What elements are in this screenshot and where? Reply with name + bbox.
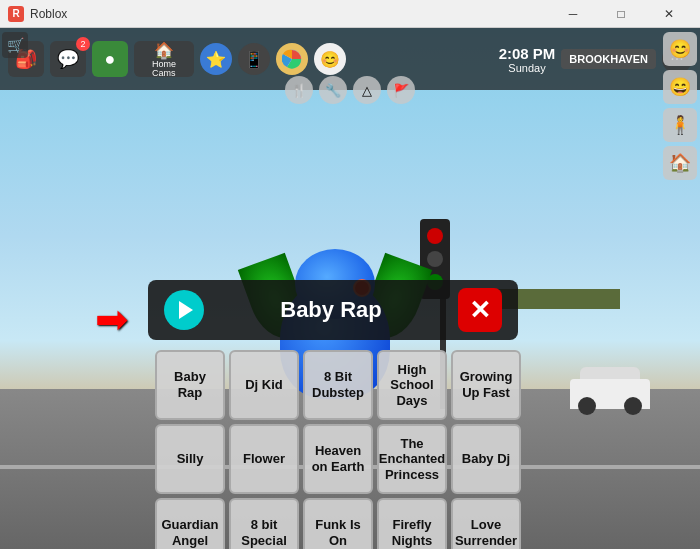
- smile-button[interactable]: 😊: [663, 32, 697, 66]
- flag-icon-button[interactable]: 🚩: [387, 76, 415, 104]
- minimize-button[interactable]: ─: [550, 0, 596, 28]
- song-cell-7[interactable]: Heaven on Earth: [303, 424, 373, 494]
- time-display: 2:08 PM: [499, 45, 556, 62]
- maximize-button[interactable]: □: [598, 0, 644, 28]
- triangle-icon-button[interactable]: △: [353, 76, 381, 104]
- app-icon: R: [8, 6, 24, 22]
- secondary-icon-row: 🍴 🔧 △ 🚩: [285, 76, 415, 104]
- emote-button[interactable]: 😄: [663, 70, 697, 104]
- hud-icons-row1: ⭐ 📱 😊: [200, 43, 346, 75]
- chat-icon: 💬: [57, 48, 79, 70]
- traffic-yellow: [427, 251, 443, 267]
- notification-button[interactable]: 💬 2: [50, 41, 86, 77]
- left-panel: 🛒: [0, 28, 30, 549]
- song-cell-12[interactable]: Funk Is On: [303, 498, 373, 549]
- avatar-button[interactable]: 🧍: [663, 108, 697, 142]
- song-cell-8[interactable]: The Enchanted Princess: [377, 424, 447, 494]
- car-wheel-left: [578, 397, 596, 415]
- home-cams-icon: 🏠: [154, 41, 174, 60]
- current-song-title: Baby Rap: [216, 297, 446, 323]
- song-cell-13[interactable]: Firefly Nights: [377, 498, 447, 549]
- song-cell-14[interactable]: Love Surrender: [451, 498, 521, 549]
- status-button[interactable]: ●: [92, 41, 128, 77]
- food-icon-button[interactable]: 🍴: [285, 76, 313, 104]
- song-cell-11[interactable]: 8 bit Special: [229, 498, 299, 549]
- song-cell-3[interactable]: High School Days: [377, 350, 447, 420]
- pie-button[interactable]: [276, 43, 308, 75]
- home-cams-label: HomeCams: [152, 60, 176, 78]
- game-viewport: 🎒 💬 2 ● 🏠 HomeCams ⭐ 📱: [0, 28, 700, 549]
- status-icon: ●: [105, 49, 116, 70]
- car-wheel-right: [624, 397, 642, 415]
- day-display: Sunday: [499, 62, 556, 74]
- right-panel: 😊 😄 🧍 🏠: [660, 28, 700, 184]
- title-text: Roblox: [30, 7, 550, 21]
- music-player-bar: Baby Rap ✕: [148, 280, 518, 340]
- song-cell-10[interactable]: Guardian Angel: [155, 498, 225, 549]
- phone-button[interactable]: 📱: [238, 43, 270, 75]
- shop-icon-button[interactable]: 🛒: [2, 32, 28, 58]
- notification-badge: 2: [76, 37, 90, 51]
- song-cell-6[interactable]: Flower: [229, 424, 299, 494]
- home-button[interactable]: 🏠: [663, 146, 697, 180]
- titlebar: R Roblox ─ □ ✕: [0, 0, 700, 28]
- clock: 2:08 PM Sunday: [499, 45, 556, 74]
- pie-icon: [282, 49, 302, 69]
- tool-icon-button[interactable]: 🔧: [319, 76, 347, 104]
- car: [570, 364, 650, 409]
- song-cell-9[interactable]: Baby Dj: [451, 424, 521, 494]
- song-cell-0[interactable]: Baby Rap: [155, 350, 225, 420]
- song-cell-4[interactable]: Growing Up Fast: [451, 350, 521, 420]
- song-cell-1[interactable]: Dj Kid: [229, 350, 299, 420]
- close-music-button[interactable]: ✕: [458, 288, 502, 332]
- traffic-red: [427, 228, 443, 244]
- play-button[interactable]: [164, 290, 204, 330]
- song-cell-2[interactable]: 8 Bit Dubstep: [303, 350, 373, 420]
- face-button[interactable]: 😊: [314, 43, 346, 75]
- arrow-indicator: ➡: [95, 296, 129, 342]
- brookhaven-badge: BROOKHAVEN: [561, 49, 656, 69]
- window-controls: ─ □ ✕: [550, 0, 692, 28]
- song-cell-5[interactable]: Silly: [155, 424, 225, 494]
- close-button[interactable]: ✕: [646, 0, 692, 28]
- home-cams-button[interactable]: 🏠 HomeCams: [134, 41, 194, 77]
- song-grid: Baby RapDj Kid8 Bit DubstepHigh School D…: [155, 350, 521, 549]
- star-button[interactable]: ⭐: [200, 43, 232, 75]
